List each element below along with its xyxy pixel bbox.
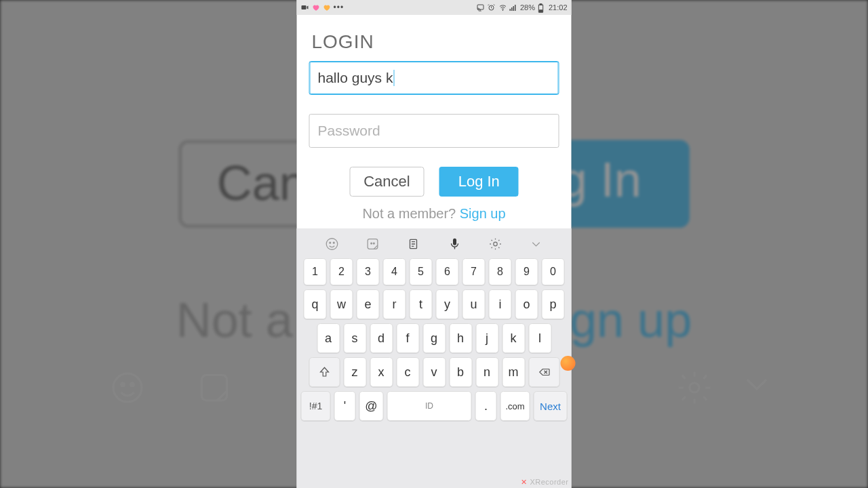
signup-link[interactable]: Sign up	[460, 206, 506, 221]
bg-emoji-icon	[108, 369, 146, 407]
next-label: Next	[540, 401, 561, 412]
dotcom-label: .com	[505, 401, 524, 411]
soft-keyboard: 1234567890 qwertyuiop asdfghjkl zxcvbnm …	[297, 228, 572, 488]
key-v[interactable]: v	[422, 357, 446, 387]
svg-rect-13	[540, 4, 542, 5]
key-9[interactable]: 9	[515, 258, 538, 285]
key-8[interactable]: 8	[489, 258, 512, 285]
login-label: Log In	[458, 173, 500, 190]
key-d[interactable]: d	[370, 323, 393, 353]
key-0[interactable]: 0	[542, 258, 565, 285]
shift-key[interactable]	[309, 357, 340, 387]
key-i[interactable]: i	[489, 289, 512, 319]
not-member-text: Not a member?	[362, 206, 459, 221]
svg-point-2	[131, 383, 134, 386]
key-q[interactable]: q	[304, 289, 327, 319]
password-field[interactable]: Password	[309, 114, 559, 148]
svg-point-1	[121, 383, 125, 386]
battery-pct: 28%	[520, 3, 535, 12]
key-w[interactable]: w	[330, 289, 353, 319]
dot-key[interactable]: .	[475, 391, 497, 421]
svg-point-22	[493, 242, 497, 246]
key-h[interactable]: h	[449, 323, 472, 353]
svg-point-19	[371, 243, 372, 244]
at-label: @	[365, 399, 377, 413]
key-o[interactable]: o	[515, 289, 538, 319]
app-icon-1	[312, 3, 320, 12]
svg-rect-5	[477, 5, 484, 9]
svg-point-4	[690, 383, 699, 392]
recording-indicator-icon	[561, 356, 576, 371]
svg-point-20	[374, 243, 375, 244]
key-k[interactable]: k	[502, 323, 525, 353]
username-field[interactable]: hallo guys k	[309, 61, 559, 95]
app-icon-2	[323, 3, 331, 12]
svg-point-15	[326, 239, 338, 250]
key-y[interactable]: y	[436, 289, 459, 319]
sticker-icon[interactable]	[365, 236, 381, 252]
symbols-key[interactable]: !#1	[301, 391, 331, 421]
key-m[interactable]: m	[502, 357, 525, 387]
key-1[interactable]: 1	[304, 258, 327, 285]
space-label: ID	[425, 401, 433, 411]
watermark-text: XRecorder	[530, 478, 568, 486]
clock-text: 21:02	[549, 3, 568, 12]
cancel-label: Cancel	[363, 173, 410, 190]
svg-rect-3	[201, 375, 226, 400]
backspace-key[interactable]	[528, 357, 559, 387]
key-u[interactable]: u	[462, 289, 486, 319]
login-panel: LOGIN hallo guys k Password Cancel Log I…	[297, 15, 572, 228]
status-bar: ••• 28% 21:02	[297, 0, 572, 15]
symbols-label: !#1	[309, 401, 322, 411]
key-6[interactable]: 6	[436, 258, 459, 285]
wifi-icon	[498, 3, 507, 12]
svg-point-17	[333, 242, 334, 243]
key-x[interactable]: x	[370, 357, 393, 387]
svg-rect-11	[515, 5, 516, 11]
key-t[interactable]: t	[410, 289, 433, 319]
login-title: LOGIN	[312, 31, 559, 53]
key-c[interactable]: c	[396, 357, 419, 387]
key-3[interactable]: 3	[357, 258, 380, 285]
next-key[interactable]: Next	[534, 391, 568, 421]
keyboard-rows: 1234567890 qwertyuiop asdfghjkl zxcvbnm …	[300, 257, 569, 485]
key-2[interactable]: 2	[330, 258, 353, 285]
key-a[interactable]: a	[317, 323, 340, 353]
more-icon: •••	[334, 3, 344, 12]
svg-rect-9	[511, 7, 513, 11]
signal-icon	[509, 3, 517, 12]
apostrophe-label: '	[344, 399, 346, 413]
password-placeholder: Password	[318, 123, 380, 139]
key-4[interactable]: 4	[383, 258, 406, 285]
mic-icon[interactable]	[446, 236, 462, 252]
chevron-down-icon[interactable]	[528, 236, 544, 252]
apostrophe-key[interactable]: '	[334, 391, 356, 421]
bg-chevron-down-icon	[741, 367, 773, 400]
battery-icon	[538, 3, 546, 12]
emoji-icon[interactable]	[324, 236, 340, 252]
svg-point-0	[113, 373, 142, 402]
space-key[interactable]: ID	[387, 391, 472, 421]
key-e[interactable]: e	[357, 289, 380, 319]
key-g[interactable]: g	[422, 323, 446, 353]
login-button[interactable]: Log In	[439, 167, 519, 197]
key-z[interactable]: z	[343, 357, 366, 387]
key-l[interactable]: l	[528, 323, 551, 353]
key-7[interactable]: 7	[462, 258, 486, 285]
key-5[interactable]: 5	[410, 258, 433, 285]
svg-rect-14	[540, 10, 542, 12]
key-j[interactable]: j	[475, 323, 498, 353]
key-b[interactable]: b	[449, 357, 472, 387]
key-n[interactable]: n	[475, 357, 498, 387]
at-key[interactable]: @	[359, 391, 384, 421]
gear-icon[interactable]	[487, 236, 503, 252]
cancel-button[interactable]: Cancel	[349, 167, 424, 197]
key-s[interactable]: s	[343, 323, 366, 353]
clipboard-icon[interactable]	[406, 236, 422, 252]
key-r[interactable]: r	[383, 289, 406, 319]
key-p[interactable]: p	[542, 289, 565, 319]
svg-rect-8	[510, 9, 511, 11]
phone-frame: ••• 28% 21:02 LOGIN hallo guys k	[297, 0, 572, 488]
dotcom-key[interactable]: .com	[500, 391, 530, 421]
key-f[interactable]: f	[396, 323, 419, 353]
